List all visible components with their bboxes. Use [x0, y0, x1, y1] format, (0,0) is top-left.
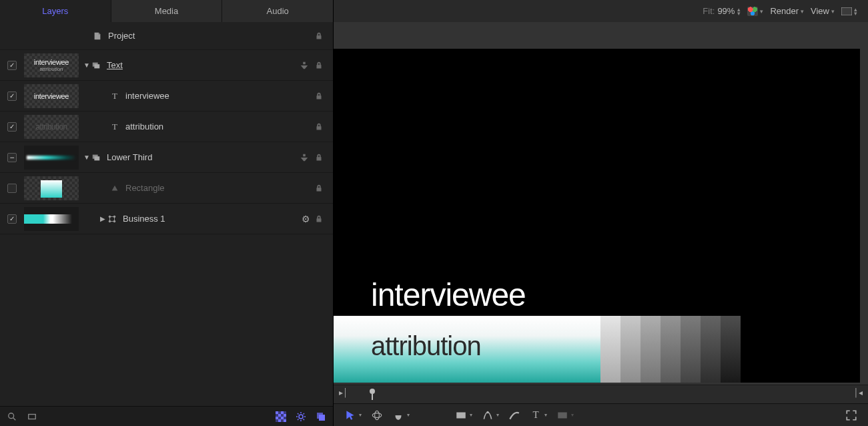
canvas-subtitle-text[interactable]: attribution: [371, 331, 481, 361]
rectangle-tool-menu[interactable]: ▾: [470, 412, 472, 418]
pen-tool-icon[interactable]: [482, 409, 494, 421]
gear-icon[interactable]: ⚙: [302, 214, 310, 224]
canvas-viewport[interactable]: interviewee attribution: [334, 22, 868, 385]
thumb-text-group[interactable]: interviewee attribution: [24, 53, 79, 77]
svg-point-35: [370, 389, 375, 394]
checkbox-text[interactable]: [7, 61, 17, 70]
lowerthird-label: Lower Third: [107, 152, 152, 162]
row-rectangle[interactable]: Rectangle: [0, 173, 333, 204]
svg-rect-32: [319, 415, 325, 421]
checkbox-lowerthird[interactable]: [7, 153, 17, 162]
lock-icon[interactable]: [314, 91, 324, 101]
view-dropdown[interactable]: View▾: [811, 6, 835, 16]
svg-line-28: [304, 419, 305, 420]
fit-value[interactable]: 99%: [717, 6, 735, 16]
filter-icon[interactable]: [300, 153, 309, 162]
color-channel-dropdown[interactable]: ▾: [747, 7, 763, 16]
svg-point-8: [109, 220, 111, 222]
lock-icon[interactable]: [314, 214, 324, 224]
disclosure-business1[interactable]: ▶: [99, 215, 107, 222]
canvas-title-text[interactable]: interviewee: [371, 276, 526, 313]
svg-rect-14: [276, 411, 278, 414]
playhead-icon[interactable]: [368, 388, 376, 402]
panel-tabs: Layers Media Audio: [0, 0, 333, 22]
svg-line-29: [298, 419, 299, 420]
filter-icon[interactable]: [300, 61, 309, 70]
search-icon[interactable]: [7, 411, 17, 422]
lock-icon[interactable]: [314, 184, 324, 193]
svg-point-38: [375, 411, 380, 420]
svg-point-37: [372, 413, 382, 417]
fullscreen-icon[interactable]: [845, 409, 857, 421]
lock-icon[interactable]: [314, 31, 324, 41]
rotate-tool-icon[interactable]: [371, 409, 383, 421]
play-range-start-icon[interactable]: ▸│: [339, 388, 348, 397]
canvas[interactable]: interviewee attribution: [334, 49, 860, 383]
checkbox-business1[interactable]: [7, 214, 17, 224]
row-business1[interactable]: ▶ Business 1 ⚙: [0, 204, 333, 234]
svg-rect-33: [841, 7, 852, 15]
stack-icon[interactable]: [316, 411, 326, 422]
text-tool-menu[interactable]: ▾: [544, 412, 547, 418]
left-panel: Layers Media Audio Project: [0, 0, 334, 426]
disclosure-text[interactable]: ▼: [83, 61, 91, 69]
svg-rect-20: [278, 419, 281, 422]
rectangle-label: Rectangle: [125, 183, 165, 193]
select-tool-menu[interactable]: ▾: [359, 412, 362, 418]
svg-point-22: [299, 415, 303, 419]
checkbox-attribution[interactable]: [7, 122, 17, 132]
frame-icon[interactable]: [27, 411, 37, 422]
mask-tool-menu[interactable]: ▾: [571, 412, 574, 418]
text-icon: T: [109, 91, 120, 101]
svg-rect-4: [94, 156, 99, 160]
svg-rect-0: [93, 62, 98, 66]
row-text-group[interactable]: interviewee attribution ▼ Text: [0, 50, 333, 81]
project-label: Project: [108, 31, 135, 41]
pan-tool-icon[interactable]: [392, 409, 404, 421]
svg-line-11: [13, 417, 16, 420]
thumb-lowerthird[interactable]: [24, 146, 79, 170]
thumb-interviewee[interactable]: interviewee: [24, 84, 79, 108]
fit-stepper[interactable]: ▴▾: [737, 7, 741, 15]
row-lowerthird-group[interactable]: ▼ Lower Third: [0, 142, 333, 173]
row-interviewee[interactable]: interviewee T interviewee: [0, 81, 333, 112]
svg-rect-21: [284, 419, 286, 422]
right-panel: Fit: 99% ▴▾ ▾ Render▾ View▾ ▴▾ interview…: [334, 0, 868, 426]
tab-audio[interactable]: Audio: [222, 0, 333, 22]
group-icon: [91, 60, 101, 71]
svg-rect-34: [841, 7, 852, 15]
lock-icon[interactable]: [314, 153, 324, 162]
mask-tool-icon[interactable]: [556, 409, 568, 421]
checker-icon[interactable]: [276, 411, 286, 422]
thumb-attribution[interactable]: attribution: [24, 115, 79, 139]
lock-icon[interactable]: [314, 122, 324, 132]
tab-media[interactable]: Media: [111, 0, 223, 22]
row-attribution[interactable]: attribution T attribution: [0, 112, 333, 142]
svg-point-40: [486, 411, 488, 413]
gear-icon[interactable]: [296, 411, 306, 422]
svg-point-9: [113, 220, 116, 222]
timeline-ruler[interactable]: ▸│ │◂: [334, 385, 868, 403]
layout-dropdown[interactable]: ▴▾: [841, 7, 857, 15]
play-range-end-icon[interactable]: │◂: [854, 388, 863, 397]
disclosure-lowerthird[interactable]: ▼: [83, 154, 91, 161]
render-dropdown[interactable]: Render▾: [770, 6, 804, 16]
row-project[interactable]: Project: [0, 22, 333, 50]
text-tool-icon[interactable]: T: [530, 409, 542, 421]
svg-point-10: [9, 413, 14, 418]
svg-rect-15: [281, 411, 284, 414]
rectangle-tool-icon[interactable]: [455, 409, 467, 421]
thumb-business1[interactable]: [24, 207, 79, 231]
pan-tool-menu[interactable]: ▾: [407, 412, 410, 418]
lock-icon[interactable]: [314, 61, 324, 70]
pen-tool-menu[interactable]: ▾: [496, 412, 499, 418]
thumb-rectangle[interactable]: [24, 176, 79, 200]
tab-layers[interactable]: Layers: [0, 0, 111, 22]
svg-point-7: [113, 215, 116, 218]
checkbox-interviewee[interactable]: [7, 91, 17, 101]
attribution-label: attribution: [125, 122, 163, 132]
business1-label: Business 1: [123, 214, 165, 224]
checkbox-rectangle[interactable]: [7, 184, 17, 193]
paint-stroke-tool-icon[interactable]: [508, 409, 520, 421]
select-tool-icon[interactable]: [344, 409, 356, 421]
